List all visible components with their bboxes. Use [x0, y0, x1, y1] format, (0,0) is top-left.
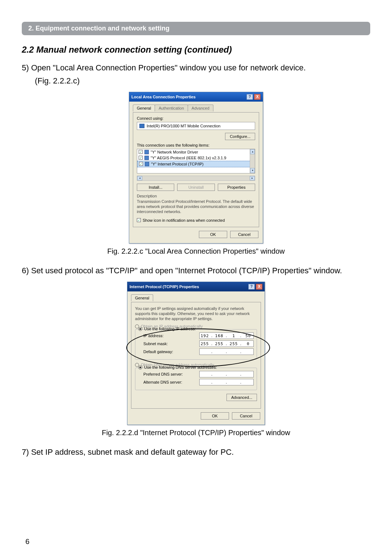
subnet-mask-input[interactable]: 255. 255. 255. 0 [199, 340, 254, 347]
step-7: 7) Set IP address, subnet mask and defau… [22, 446, 370, 458]
ip-address-input[interactable]: 192. 168. 1. 50 [199, 332, 254, 339]
checkbox-icon[interactable]: ✓ [137, 218, 141, 222]
label-ip-address: IP address: [143, 334, 163, 338]
scroll-right-icon[interactable]: ▸ [250, 176, 255, 180]
tab-authentication[interactable]: Authentication [155, 105, 188, 111]
radio-use-dns[interactable] [138, 365, 142, 369]
local-area-conn-props-dialog: Local Area Connection Properties ? X Gen… [129, 92, 263, 244]
show-icon-label: Show icon in notification area when conn… [143, 218, 225, 222]
help-icon[interactable]: ? [248, 284, 255, 290]
figure-caption-2: Fig. 2.2.2.d "Internet Protocol (TCP/IP)… [22, 429, 370, 437]
radio-label: Use the following IP address: [144, 327, 196, 331]
label-connect-using: Connect using: [137, 116, 255, 120]
protocol-icon [144, 156, 149, 160]
section-heading: 2.2 Manual network connection setting (c… [22, 45, 370, 55]
ip-octet: 1 [229, 334, 239, 338]
label-description: Description [137, 194, 255, 198]
cancel-button[interactable]: Cancel [232, 412, 260, 420]
step-5-ref: (Fig. 2.2.2.c) [22, 75, 370, 87]
radio-use-ip[interactable] [138, 327, 142, 331]
ok-button[interactable]: OK [201, 412, 229, 420]
ip-octet: 168 [214, 334, 224, 338]
tab-advanced[interactable]: Advanced [188, 105, 213, 111]
label-alternate-dns: Alternate DNS server: [143, 380, 182, 384]
uninstall-button[interactable]: Uninstall [177, 184, 215, 191]
ip-octet: 255 [214, 342, 224, 346]
list-item-selected: "Y" Internet Protocol (TCP/IP) [151, 162, 204, 166]
help-icon[interactable]: ? [246, 94, 253, 100]
ip-octet: 255 [200, 342, 210, 346]
preferred-dns-input[interactable]: ... [199, 371, 254, 377]
horizontal-scrollbar[interactable]: ◂ ▸ [137, 176, 255, 181]
step-5: 5) Open "Local Area Connection Propertie… [22, 62, 370, 74]
checkbox-icon[interactable]: ✓ [139, 156, 143, 160]
scroll-down-icon[interactable]: ▾ [250, 168, 255, 173]
ip-octet: 192 [200, 334, 210, 338]
step-6: 6) Set used protocol as "TCP/IP" and ope… [22, 265, 370, 277]
figure-caption-1: Fig. 2.2.2.c "Local Area Connection Prop… [22, 247, 370, 255]
install-button[interactable]: Install... [137, 184, 174, 191]
intro-text: You can get IP settings assigned automat… [135, 306, 257, 322]
ip-octet: 50 [243, 334, 253, 338]
dialog2-title: Internet Protocol (TCP/IP) Properties [130, 285, 199, 289]
close-icon[interactable]: X [256, 284, 262, 290]
scroll-left-icon[interactable]: ◂ [137, 176, 142, 180]
alternate-dns-input[interactable]: ... [199, 379, 254, 385]
close-icon[interactable]: X [254, 94, 261, 100]
ip-octet: 0 [243, 342, 253, 346]
checkbox-icon[interactable]: ✓ [139, 162, 143, 166]
vertical-scrollbar[interactable]: ▴ ▾ [250, 149, 255, 173]
configure-button[interactable]: Configure... [225, 133, 255, 140]
adapter-name: Intel(R) PRO/1000 MT Mobile Connection [147, 124, 220, 128]
protocol-icon [145, 162, 149, 166]
checkbox-icon[interactable]: ✓ [139, 150, 143, 154]
tcpip-props-dialog: Internet Protocol (TCP/IP) Properties ? … [127, 282, 265, 425]
items-listbox[interactable]: ✓ "Y" Network Monitor Driver ✓ "Y" AEGIS… [137, 149, 255, 173]
page-number: 6 [25, 537, 29, 546]
section-bar: 2. Equipment connection and network sett… [22, 22, 370, 35]
label-default-gateway: Default gateway: [143, 349, 173, 354]
ip-octet: 255 [229, 342, 239, 346]
tab-general[interactable]: General [133, 105, 155, 111]
advanced-button[interactable]: Advanced... [226, 394, 257, 401]
dialog1-title: Local Area Connection Properties [131, 95, 196, 99]
cancel-button[interactable]: Cancel [230, 231, 258, 238]
label-uses-items: This connection uses the following items… [137, 143, 255, 147]
label-preferred-dns: Preferred DNS server: [143, 372, 183, 376]
radio-label: Use the following DNS server addresses: [144, 365, 217, 369]
list-item: "Y" AEGIS Protocol (IEEE 802.1x) v2.3.1.… [151, 156, 226, 160]
tab-general[interactable]: General [131, 294, 153, 301]
nic-icon [139, 124, 144, 128]
properties-button[interactable]: Properties [218, 184, 255, 191]
ok-button[interactable]: OK [199, 231, 227, 238]
list-item: "Y" Network Monitor Driver [151, 150, 198, 154]
default-gateway-input[interactable]: . . . [199, 348, 254, 355]
adapter-field: Intel(R) PRO/1000 MT Mobile Connection [137, 122, 255, 130]
label-subnet-mask: Subnet mask: [143, 342, 168, 346]
scroll-up-icon[interactable]: ▴ [250, 149, 255, 154]
description-text: Transmission Control Protocol/Internet P… [137, 199, 255, 214]
protocol-icon [144, 150, 149, 154]
